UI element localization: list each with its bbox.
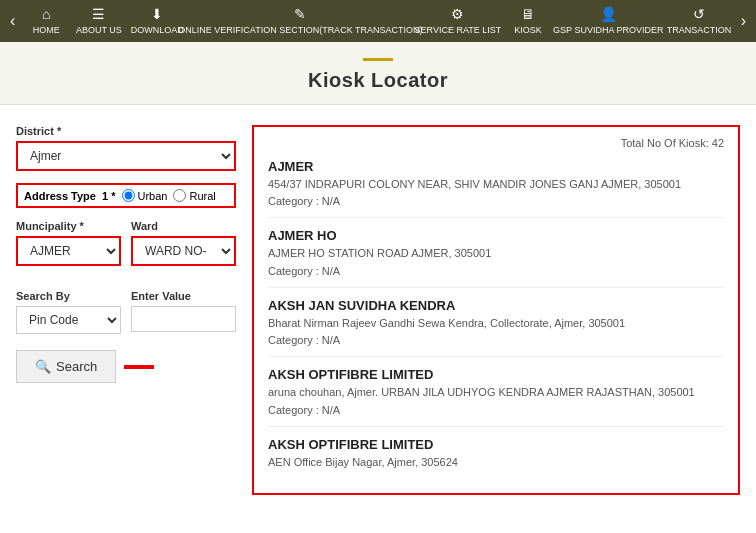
kiosk-category: Category : N/A xyxy=(268,195,724,207)
urban-radio-label[interactable]: Urban xyxy=(122,189,168,202)
page-header: Kiosk Locator xyxy=(0,42,756,105)
nav-item-about-us[interactable]: ☰ ABOUT US xyxy=(71,1,126,41)
kiosk-category: Category : N/A xyxy=(268,265,724,277)
nav-item-service-rate[interactable]: ⚙ SERVICE RATE LIST xyxy=(413,1,503,41)
municipality-group: Muncipality * AJMER xyxy=(16,220,121,266)
home-icon: ⌂ xyxy=(42,5,50,23)
nav-item-verification-label: ONLINE VERIFICATION SECTION(TRACK TRANSA… xyxy=(178,25,422,37)
nav-item-home[interactable]: ⌂ HOME xyxy=(21,1,71,41)
search-button-icon: 🔍 xyxy=(35,359,51,374)
district-group: District * Ajmer xyxy=(16,125,236,171)
navigation-bar: ‹ ⌂ HOME ☰ ABOUT US ⬇ DOWNLOAD ✎ ONLINE … xyxy=(0,0,756,42)
kiosk-category: Category : N/A xyxy=(268,334,724,346)
nav-next-arrow[interactable]: › xyxy=(735,12,752,30)
service-icon: ⚙ xyxy=(451,5,464,23)
results-total: Total No Of Kiosk: 42 xyxy=(268,137,724,149)
rural-radio-label[interactable]: Rural xyxy=(173,189,215,202)
kiosk-item: AJMER HO AJMER HO STATION ROAD AJMER, 30… xyxy=(268,228,724,287)
nav-item-download-label: DOWNLOAD xyxy=(131,25,184,37)
district-select[interactable]: Ajmer xyxy=(16,141,236,171)
kiosk-address: AJMER HO STATION ROAD AJMER, 305001 xyxy=(268,246,724,261)
search-by-select[interactable]: Pin Code xyxy=(16,306,121,334)
search-by-label: Search By xyxy=(16,290,121,302)
nav-item-gsp-label: GSP SUVIDHA PROVIDER xyxy=(553,25,663,37)
address-type-row: Address Type 1 * Urban Rural xyxy=(16,183,236,208)
search-button[interactable]: 🔍 Search xyxy=(16,350,116,383)
kiosk-address: aruna chouhan, Ajmer. URBAN JILA UDHYOG … xyxy=(268,385,724,400)
district-label: District * xyxy=(16,125,236,137)
municipality-ward-row: Muncipality * AJMER Ward WARD NO- 01 xyxy=(16,220,236,278)
ward-col: Ward WARD NO- 01 xyxy=(131,220,236,278)
municipality-col: Muncipality * AJMER xyxy=(16,220,121,278)
ward-select[interactable]: WARD NO- 01 xyxy=(131,236,236,266)
nav-item-online-verification[interactable]: ✎ ONLINE VERIFICATION SECTION(TRACK TRAN… xyxy=(188,1,413,41)
transaction-icon: ↺ xyxy=(693,5,705,23)
verification-icon: ✎ xyxy=(294,5,306,23)
enter-value-input[interactable] xyxy=(131,306,236,332)
kiosk-name: AKSH JAN SUVIDHA KENDRA xyxy=(268,298,724,313)
search-by-col: Search By Pin Code xyxy=(16,290,121,334)
download-icon: ⬇ xyxy=(151,5,163,23)
kiosk-item: AKSH OPTIFIBRE LIMITED AEN Office Bijay … xyxy=(268,437,724,483)
kiosk-name: AKSH OPTIFIBRE LIMITED xyxy=(268,437,724,452)
kiosk-address: AEN Office Bijay Nagar, Ajmer, 305624 xyxy=(268,455,724,470)
address-type-label: Address Type 1 * xyxy=(24,190,116,202)
nav-item-kiosk[interactable]: 🖥 KIOSK xyxy=(503,1,553,41)
nav-prev-arrow[interactable]: ‹ xyxy=(4,12,21,30)
kiosk-category: Category : N/A xyxy=(268,404,724,416)
kiosk-icon: 🖥 xyxy=(521,5,535,23)
nav-item-service-label: SERVICE RATE LIST xyxy=(415,25,502,37)
kiosk-item: AKSH OPTIFIBRE LIMITED aruna chouhan, Aj… xyxy=(268,367,724,426)
kiosk-item: AKSH JAN SUVIDHA KENDRA Bharat Nirman Ra… xyxy=(268,298,724,357)
header-accent-bar xyxy=(363,58,393,61)
municipality-select[interactable]: AJMER xyxy=(16,236,121,266)
red-accent-bar xyxy=(124,365,154,369)
nav-item-kiosk-label: KIOSK xyxy=(514,25,542,37)
ward-group: Ward WARD NO- 01 xyxy=(131,220,236,266)
nav-item-home-label: HOME xyxy=(33,25,60,37)
kiosk-address: Bharat Nirman Rajeev Gandhi Sewa Kendra,… xyxy=(268,316,724,331)
kiosk-name: AJMER xyxy=(268,159,724,174)
enter-value-col: Enter Value xyxy=(131,290,236,334)
rural-radio[interactable] xyxy=(173,189,186,202)
search-button-label: Search xyxy=(56,359,97,374)
gsp-icon: 👤 xyxy=(600,5,617,23)
kiosk-name: AKSH OPTIFIBRE LIMITED xyxy=(268,367,724,382)
enter-value-label: Enter Value xyxy=(131,290,236,302)
kiosk-name: AJMER HO xyxy=(268,228,724,243)
kiosk-address: 454/37 INDRAPURI COLONY NEAR, SHIV MANDI… xyxy=(268,177,724,192)
main-content: District * Ajmer Address Type 1 * Urban … xyxy=(0,105,756,515)
results-panel: Total No Of Kiosk: 42 AJMER 454/37 INDRA… xyxy=(252,125,740,495)
nav-item-about-label: ABOUT US xyxy=(76,25,122,37)
address-type-group: Address Type 1 * Urban Rural xyxy=(16,183,236,208)
page-title: Kiosk Locator xyxy=(0,69,756,92)
municipality-label: Muncipality * xyxy=(16,220,121,232)
search-button-row: 🔍 Search xyxy=(16,350,236,383)
urban-label: Urban xyxy=(138,190,168,202)
ward-label: Ward xyxy=(131,220,236,232)
search-panel: District * Ajmer Address Type 1 * Urban … xyxy=(16,125,236,495)
about-icon: ☰ xyxy=(92,5,105,23)
urban-radio[interactable] xyxy=(122,189,135,202)
nav-item-transaction-label: TRANSACTION xyxy=(667,25,732,37)
nav-items-container: ⌂ HOME ☰ ABOUT US ⬇ DOWNLOAD ✎ ONLINE VE… xyxy=(21,1,734,41)
rural-label: Rural xyxy=(189,190,215,202)
nav-item-transaction[interactable]: ↺ TRANSACTION xyxy=(663,1,734,41)
search-by-row: Search By Pin Code Enter Value xyxy=(16,290,236,334)
nav-item-gsp[interactable]: 👤 GSP SUVIDHA PROVIDER xyxy=(553,1,663,41)
kiosk-item: AJMER 454/37 INDRAPURI COLONY NEAR, SHIV… xyxy=(268,159,724,218)
